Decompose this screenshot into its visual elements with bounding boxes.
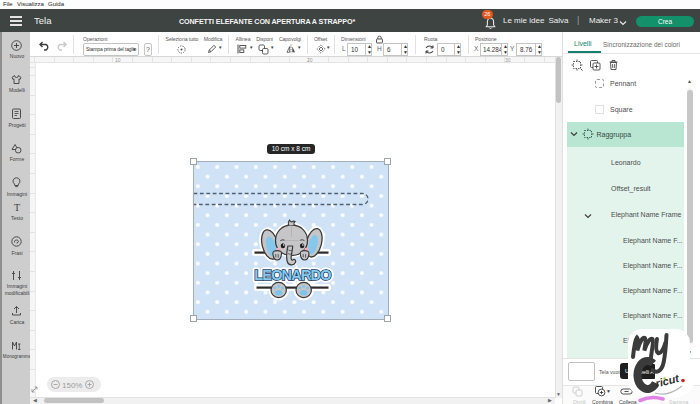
svg-text:LEONARDO: LEONARDO: [254, 267, 331, 283]
